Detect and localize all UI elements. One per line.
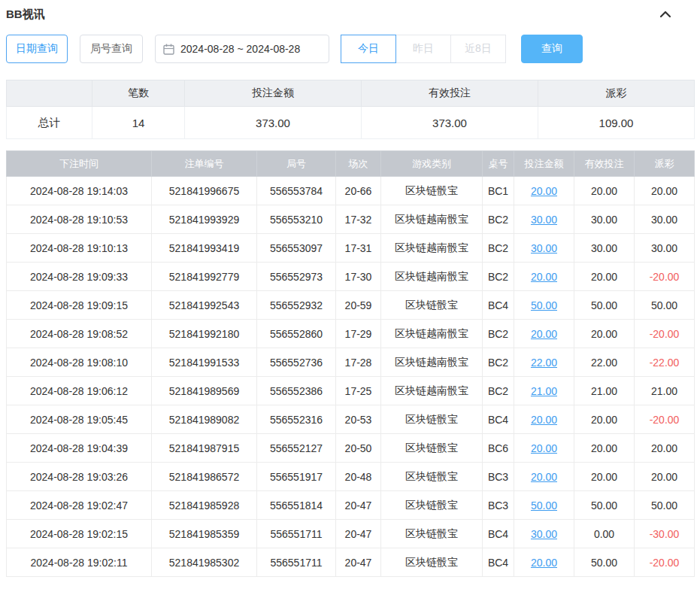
summary-total-count: 14 — [92, 107, 185, 139]
cell-payout: 30.00 — [635, 234, 695, 263]
search-button[interactable]: 查询 — [521, 35, 583, 63]
panel-title: BB视讯 — [6, 8, 45, 22]
table-row: 2024-08-28 19:10:13521841993419556553097… — [7, 234, 695, 263]
cell-game: 区块链骰宝 — [381, 405, 483, 434]
cell-round_no: 556552860 — [257, 320, 336, 348]
bet-amount-link[interactable]: 22.00 — [531, 357, 557, 369]
bet-amount-link[interactable]: 30.00 — [531, 214, 557, 226]
cell-payout: 20.00 — [635, 177, 695, 205]
table-row: 2024-08-28 19:10:53521841993929556553210… — [7, 205, 695, 234]
bet-amount-link[interactable]: 20.00 — [531, 442, 557, 454]
quick-date-group: 今日 昨日 近8日 — [341, 35, 506, 63]
cell-payout: 21.00 — [635, 377, 695, 405]
bet-amount-link[interactable]: 20.00 — [531, 557, 557, 569]
cell-payout: -20.00 — [635, 405, 695, 434]
filter-bar: 日期查询 局号查询 2024-08-28 ~ 2024-08-28 今日 昨日 … — [6, 35, 694, 63]
column-header-order_no: 注单编号 — [152, 151, 257, 177]
table-row: 2024-08-28 19:02:47521841985928556551814… — [7, 491, 695, 520]
column-header-time: 下注时间 — [7, 151, 152, 177]
cell-game: 区块链骰宝 — [381, 434, 483, 463]
bets-table-body: 2024-08-28 19:14:03521841996675556553784… — [7, 177, 695, 577]
cell-order_no: 521841991533 — [152, 348, 257, 377]
bet-amount-link[interactable]: 20.00 — [531, 414, 557, 426]
bet-amount-link[interactable]: 20.00 — [531, 271, 557, 283]
cell-game: 区块链越南骰宝 — [381, 205, 483, 234]
cell-payout: -20.00 — [635, 548, 695, 577]
cell-game: 区块链越南骰宝 — [381, 348, 483, 377]
bet-amount-link[interactable]: 20.00 — [531, 471, 557, 483]
cell-bet: 50.00 — [514, 291, 574, 320]
round-query-button[interactable]: 局号查询 — [80, 35, 143, 63]
cell-game: 区块链越南骰宝 — [381, 320, 483, 348]
today-button[interactable]: 今日 — [341, 35, 396, 63]
cell-round_no: 556552127 — [257, 434, 336, 463]
cell-valid: 20.00 — [574, 463, 635, 491]
cell-round_no: 556553210 — [257, 205, 336, 234]
cell-table_no: BC2 — [483, 348, 514, 377]
cell-bet: 20.00 — [514, 434, 574, 463]
cell-round_no: 556552736 — [257, 348, 336, 377]
cell-payout: -30.00 — [635, 520, 695, 548]
bet-amount-link[interactable]: 30.00 — [531, 528, 557, 540]
cell-time: 2024-08-28 19:02:47 — [7, 491, 152, 520]
cell-time: 2024-08-28 19:05:45 — [7, 405, 152, 434]
cell-table_no: BC3 — [483, 491, 514, 520]
summary-header-payout: 派彩 — [538, 80, 695, 107]
summary-header-bet-amount: 投注金额 — [185, 80, 362, 107]
cell-game: 区块链越南骰宝 — [381, 234, 483, 263]
cell-bet: 21.00 — [514, 377, 574, 405]
yesterday-button[interactable]: 昨日 — [395, 35, 451, 63]
cell-time: 2024-08-28 19:08:10 — [7, 348, 152, 377]
cell-payout: 20.00 — [635, 463, 695, 491]
date-query-button[interactable]: 日期查询 — [6, 35, 68, 63]
bet-amount-link[interactable]: 21.00 — [531, 385, 557, 397]
table-row: 2024-08-28 19:03:26521841986572556551917… — [7, 463, 695, 491]
cell-round_no: 556551814 — [257, 491, 336, 520]
cell-bet: 30.00 — [514, 520, 574, 548]
summary-total-label: 总计 — [7, 107, 92, 139]
cell-time: 2024-08-28 19:02:15 — [7, 520, 152, 548]
cell-table_no: BC2 — [483, 234, 514, 263]
bet-amount-link[interactable]: 20.00 — [531, 328, 557, 340]
cell-payout: 30.00 — [635, 205, 695, 234]
table-row: 2024-08-28 19:05:45521841989082556552316… — [7, 405, 695, 434]
cell-game: 区块链骰宝 — [381, 491, 483, 520]
cell-table_no: BC4 — [483, 548, 514, 577]
cell-game: 区块链越南骰宝 — [381, 377, 483, 405]
table-row: 2024-08-28 19:02:15521841985359556551711… — [7, 520, 695, 548]
last-8-days-button[interactable]: 近8日 — [450, 35, 506, 63]
bet-amount-link[interactable]: 50.00 — [531, 499, 557, 512]
cell-bet: 20.00 — [514, 463, 574, 491]
cell-session: 20-48 — [336, 463, 381, 491]
summary-header-count: 笔数 — [92, 80, 185, 107]
cell-valid: 0.00 — [574, 520, 635, 548]
cell-game: 区块链骰宝 — [381, 548, 483, 577]
cell-bet: 20.00 — [514, 320, 574, 348]
table-row: 2024-08-28 19:14:03521841996675556553784… — [7, 177, 695, 205]
cell-valid: 20.00 — [574, 434, 635, 463]
bet-amount-link[interactable]: 30.00 — [531, 242, 557, 254]
cell-game: 区块链骰宝 — [381, 520, 483, 548]
cell-order_no: 521841992180 — [152, 320, 257, 348]
cell-order_no: 521841996675 — [152, 177, 257, 205]
cell-game: 区块链越南骰宝 — [381, 263, 483, 291]
cell-bet: 20.00 — [514, 405, 574, 434]
cell-valid: 30.00 — [574, 234, 635, 263]
table-row: 2024-08-28 19:02:11521841985302556551711… — [7, 548, 695, 577]
bet-amount-link[interactable]: 50.00 — [531, 299, 557, 311]
bet-amount-link[interactable]: 20.00 — [531, 185, 557, 197]
cell-game: 区块链骰宝 — [381, 463, 483, 491]
cell-valid: 50.00 — [574, 548, 635, 577]
bb-video-panel: BB视讯 日期查询 局号查询 2024-08-28 ~ 2024-08-28 今… — [0, 0, 700, 577]
collapse-button[interactable] — [658, 7, 673, 22]
cell-bet: 20.00 — [514, 177, 574, 205]
table-row: 2024-08-28 19:08:10521841991533556552736… — [7, 348, 695, 377]
cell-round_no: 556552386 — [257, 377, 336, 405]
cell-payout: -20.00 — [635, 263, 695, 291]
date-range-picker[interactable]: 2024-08-28 ~ 2024-08-28 — [155, 35, 329, 63]
cell-session: 20-66 — [336, 177, 381, 205]
cell-session: 17-25 — [336, 377, 381, 405]
cell-time: 2024-08-28 19:09:15 — [7, 291, 152, 320]
table-row: 2024-08-28 19:09:15521841992543556552932… — [7, 291, 695, 320]
column-header-bet: 投注金额 — [514, 151, 574, 177]
